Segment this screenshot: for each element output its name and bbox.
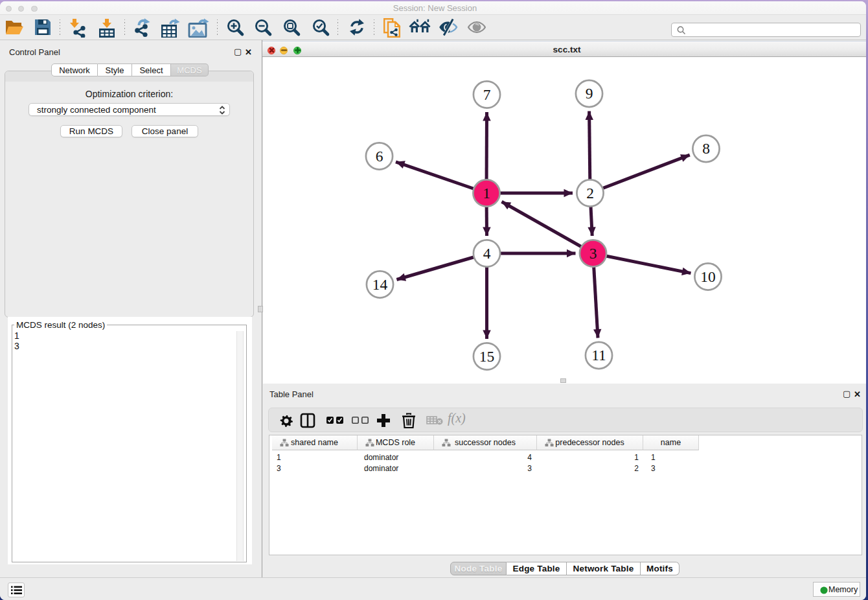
svg-text:4: 4 xyxy=(483,245,491,262)
svg-text:11: 11 xyxy=(591,347,606,363)
svg-text:8: 8 xyxy=(702,140,710,157)
svg-text:3: 3 xyxy=(589,245,597,262)
svg-text:1: 1 xyxy=(483,185,490,202)
svg-text:9: 9 xyxy=(586,85,593,102)
svg-text:14: 14 xyxy=(372,276,388,293)
svg-text:2: 2 xyxy=(586,185,594,202)
svg-text:10: 10 xyxy=(700,268,716,285)
svg-text:6: 6 xyxy=(376,148,383,165)
svg-text:15: 15 xyxy=(479,348,495,365)
svg-text:7: 7 xyxy=(483,86,491,103)
